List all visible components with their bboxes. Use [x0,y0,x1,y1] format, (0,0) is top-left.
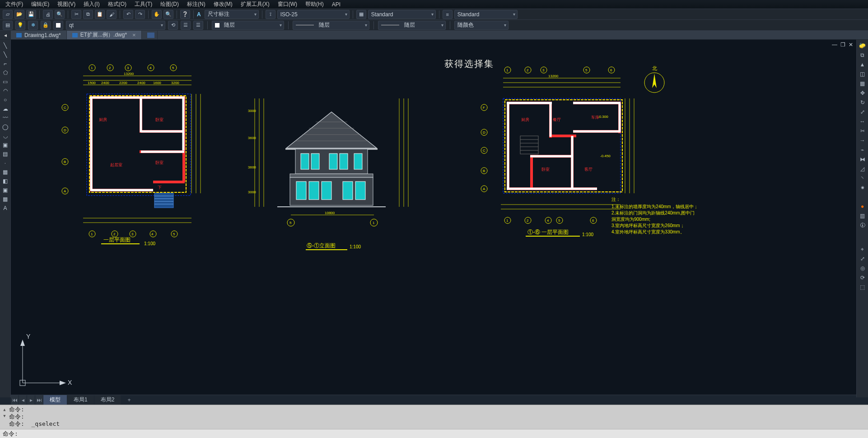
layout-tab-add[interactable]: + [121,395,137,405]
rectangle-icon[interactable]: ▭ [1,77,10,86]
explode-icon[interactable]: ✷ [858,183,867,192]
polygon-icon[interactable]: ⬠ [1,68,10,77]
restore-icon[interactable]: ❐ [840,42,845,48]
open-icon[interactable]: 📂 [14,10,24,19]
drawing-canvas[interactable]: — ❐ ✕ 获得选择集 1500 2400 2200 2400 1600 320… [11,40,856,395]
layer-color-icon[interactable] [53,21,63,30]
layout-tab-1[interactable]: 布局1 [67,395,94,405]
stretch-icon[interactable]: ↔ [858,117,867,126]
command-line[interactable]: 命令: [0,429,868,438]
layout-tab-2[interactable]: 布局2 [94,395,121,405]
menu-tools[interactable]: 工具(T) [132,0,155,9]
command-input[interactable] [22,430,865,437]
layermgr-icon[interactable]: ▤ [3,21,13,30]
region-icon[interactable]: ▣ [1,186,10,194]
save-icon[interactable]: 💾 [26,10,36,19]
minimize-icon[interactable]: — [832,42,837,48]
mline-style-icon[interactable]: ≡ [443,10,453,19]
array-icon[interactable]: ▦ [858,79,867,88]
chamfer-icon[interactable]: ◿ [858,164,867,173]
close-icon[interactable]: × [132,32,136,38]
menu-file[interactable]: 文件(F) [3,0,26,9]
table-icon[interactable]: ▦ [1,195,10,203]
menu-api[interactable]: API [329,1,343,8]
layer-dropdown[interactable]: qt [66,21,165,30]
menu-format[interactable]: 格式(O) [105,0,129,9]
orbit-icon[interactable]: ⟳ [858,273,867,282]
zoom-ext-icon[interactable]: ⤢ [858,254,867,263]
close-vp-icon[interactable]: ✕ [848,42,854,48]
insert-icon[interactable]: ▤ [1,149,10,158]
doc-tab-2[interactable]: ET扩展...例）.dwg* × [67,31,142,39]
color-dropdown[interactable]: 随层 [212,21,284,30]
break-icon[interactable]: ⌁ [858,145,867,154]
cut-icon[interactable]: ✂ [71,10,81,19]
ellipsearc-icon[interactable]: ◡ [1,131,10,140]
layer-on-icon[interactable]: 💡 [15,21,25,30]
dim-iso-icon[interactable]: ⟟ [266,10,275,19]
move-icon[interactable]: ✥ [858,89,867,97]
pan-icon[interactable]: ✋ [152,10,162,19]
ellipse-icon[interactable]: ◯ [1,122,10,131]
help-icon[interactable]: ❔ [180,10,190,19]
paste-icon[interactable]: 📋 [95,10,105,19]
matchprop-icon[interactable]: 🖌 [107,10,117,19]
text-icon[interactable]: A [1,204,10,212]
layer-prev-icon[interactable]: ⟲ [168,21,178,30]
plotstyle-dropdown[interactable]: 随颜色 [454,21,509,30]
menu-view[interactable]: 视图(V) [55,0,78,9]
menu-help[interactable]: 帮助(H) [303,0,327,9]
arc-icon[interactable]: ◠ [1,86,10,95]
copy-icon[interactable]: ⧉ [83,10,93,19]
tablestyle-dropdown[interactable]: Standard [368,10,436,19]
mirror-icon[interactable]: ▲ [858,60,867,69]
new-icon[interactable]: ▱ [3,10,13,19]
navwheel-icon[interactable]: ◎ [858,264,867,272]
doc-tab-1[interactable]: Drawing1.dwg* [11,31,67,39]
dist-icon[interactable]: ● [858,202,867,210]
undo-icon[interactable]: ↶ [123,10,133,19]
doctabs-scroll-back[interactable]: ◂ [0,31,11,39]
layout-tab-model[interactable]: 模型 [43,395,67,405]
erase-icon[interactable]: 🧽 [858,41,867,50]
dimstyle-dropdown[interactable]: 尺寸标注 [205,10,259,19]
layer-lock-icon[interactable]: 🔒 [41,21,51,30]
mlinestyle-dropdown[interactable]: Standard [454,10,518,19]
menu-modify[interactable]: 修改(M) [211,0,235,9]
dim-iso-dropdown[interactable]: ISO-25 [277,10,350,19]
extend-icon[interactable]: → [858,136,867,144]
doc-tab-new[interactable] [142,31,158,39]
linetype-dropdown[interactable]: 随层 [293,21,369,30]
scale-icon[interactable]: ⤢ [858,107,867,116]
circle-icon[interactable]: ○ [1,95,10,104]
zoom-window-icon[interactable]: ⌖ [858,245,867,253]
offset-icon[interactable]: ◫ [858,70,867,78]
area-icon[interactable]: ▥ [858,211,867,220]
layerstate-icon[interactable]: ☰ [181,21,191,30]
preview-icon[interactable]: 🔍 [55,10,65,19]
menu-draw[interactable]: 绘图(D) [158,0,182,9]
hatch-icon[interactable]: ▦ [1,168,10,176]
menu-dim[interactable]: 标注(N) [184,0,208,9]
spline-icon[interactable]: 〰 [1,113,10,122]
gradient-icon[interactable]: ◧ [1,177,10,185]
rotate-icon[interactable]: ↻ [858,98,867,107]
ltab-prev-icon[interactable]: ◂ [19,395,27,405]
layer-freeze-icon[interactable]: ❄ [28,21,38,30]
print-icon[interactable]: 🖨 [43,10,53,19]
line-icon[interactable]: ╲ [1,41,10,50]
ltab-next-icon[interactable]: ▸ [27,395,35,405]
menu-ext[interactable]: 扩展工具(X) [238,0,272,9]
3d-icon[interactable]: ⬚ [858,283,867,291]
lineweight-dropdown[interactable]: 随层 [378,21,446,30]
prop-icon[interactable]: 🛈 [858,221,867,229]
table-style-icon[interactable]: ▦ [356,10,366,19]
ray-icon[interactable]: ╲ [1,50,10,59]
menu-insert[interactable]: 插入(I) [81,0,102,9]
menu-window[interactable]: 窗口(W) [275,0,300,9]
menu-edit[interactable]: 编辑(E) [28,0,52,9]
trim-icon[interactable]: ✂ [858,126,867,135]
redo-icon[interactable]: ↷ [135,10,145,19]
point-icon[interactable]: ∙ [1,158,10,167]
layerstate2-icon[interactable]: ☰ [193,21,203,30]
